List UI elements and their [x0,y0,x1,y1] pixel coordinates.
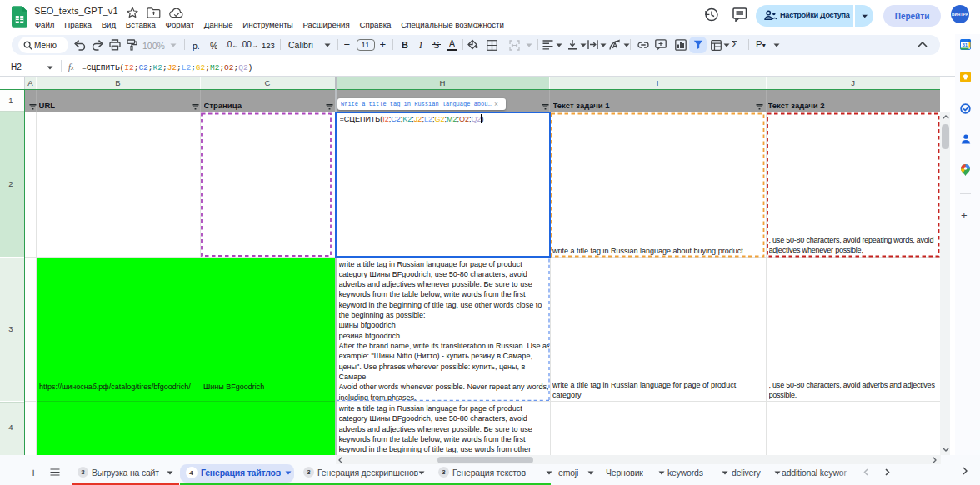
svg-text:31: 31 [962,42,968,48]
